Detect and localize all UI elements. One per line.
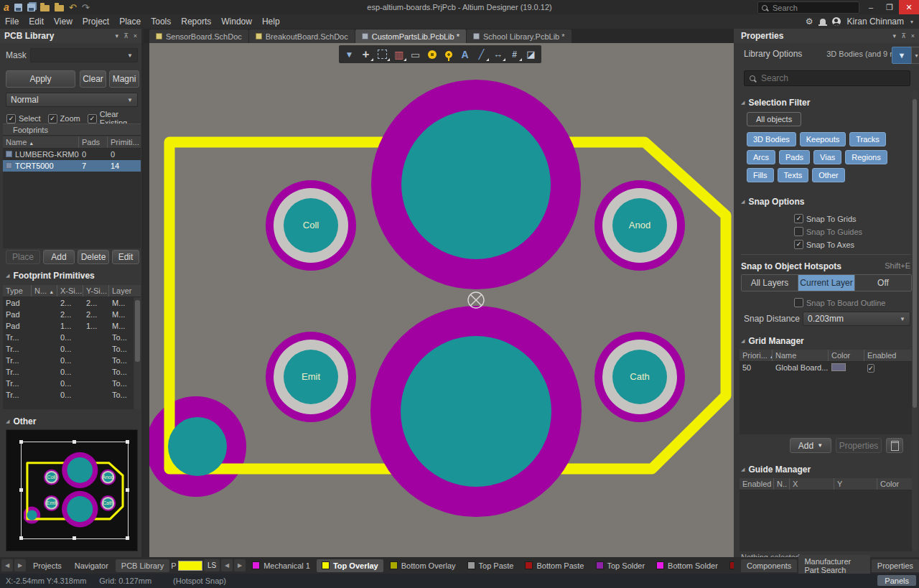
- grid-color-swatch[interactable]: [831, 363, 846, 371]
- coordinate-icon[interactable]: [506, 47, 523, 62]
- scroll-right-icon[interactable]: ▶: [14, 559, 26, 571]
- col-color[interactable]: Color: [829, 350, 864, 361]
- mode-combo[interactable]: Normal▼: [6, 93, 138, 107]
- pad-extra-hole[interactable]: [168, 417, 227, 476]
- current-layer-swatch[interactable]: [178, 561, 202, 571]
- tab-school-library[interactable]: School Library.PcbLib *: [467, 29, 572, 43]
- col-layer[interactable]: Layer: [109, 285, 134, 297]
- tab-manufacturer-part-search[interactable]: Manufacturer Part Search: [798, 555, 869, 577]
- edit-button[interactable]: Edit: [112, 250, 139, 264]
- apply-button[interactable]: Apply: [6, 70, 75, 88]
- redo-icon[interactable]: ↷: [82, 3, 90, 12]
- filter-all-objects-button[interactable]: All objects: [747, 112, 801, 126]
- selection-handle[interactable]: [19, 536, 23, 540]
- restore-button[interactable]: ❐: [880, 0, 899, 14]
- col-color[interactable]: Color: [877, 478, 905, 490]
- move-icon[interactable]: [358, 47, 374, 62]
- selection-handle[interactable]: [19, 488, 23, 492]
- col-primitives[interactable]: Primiti...: [108, 136, 141, 148]
- primitives-list[interactable]: Pad2...2...M...Pad2...2...M...Pad1...1..…: [3, 297, 134, 409]
- pcb-editor-canvas[interactable]: Coll Anod Emit Cath: [149, 43, 734, 557]
- footprint-preview[interactable]: Coll Anod Emit Cath: [6, 429, 138, 551]
- open-project-icon[interactable]: [55, 5, 64, 11]
- col-name[interactable]: Name: [773, 350, 829, 361]
- menu-reports[interactable]: Reports: [176, 17, 216, 27]
- segment-off[interactable]: Off: [855, 275, 911, 291]
- pad-cathode[interactable]: Cath: [594, 332, 685, 422]
- menu-edit[interactable]: Edit: [24, 17, 49, 27]
- pad-collector[interactable]: Coll: [266, 180, 356, 271]
- save-all-icon[interactable]: [27, 4, 35, 11]
- scroll-left-icon[interactable]: ◀: [1, 559, 13, 571]
- panel-dropdown-icon[interactable]: ▾: [116, 32, 119, 39]
- primitive-row[interactable]: Pad2...2...M...: [3, 309, 134, 320]
- filter-fills[interactable]: Fills: [747, 168, 774, 182]
- filter-pads[interactable]: Pads: [779, 150, 810, 164]
- panel-close-icon[interactable]: ×: [134, 32, 137, 39]
- other-section-header[interactable]: Other: [6, 416, 36, 426]
- guide-table[interactable]: [740, 490, 912, 551]
- col-n[interactable]: N..: [774, 478, 790, 490]
- save-icon[interactable]: [14, 4, 22, 11]
- layer-tab-drill-guide[interactable]: Drill Guide: [724, 559, 734, 572]
- filter-dropdown-icon[interactable]: ▾: [911, 47, 919, 64]
- primitive-row[interactable]: Tr...0...To...: [3, 366, 134, 378]
- user-menu-caret-icon[interactable]: ▾: [910, 19, 913, 25]
- mask-combo[interactable]: ▼: [30, 48, 138, 62]
- filter-other[interactable]: Other: [812, 168, 845, 182]
- primitive-row[interactable]: Tr...0...To...: [3, 343, 134, 355]
- add-button[interactable]: Add: [43, 250, 75, 264]
- layer-tab-top-overlay[interactable]: Top Overlay: [317, 559, 383, 572]
- col-n[interactable]: N...▲: [32, 285, 57, 297]
- magnify-button[interactable]: Magni: [109, 70, 139, 88]
- panel-pin-icon[interactable]: ⊼: [901, 32, 906, 39]
- col-y[interactable]: Y: [834, 478, 877, 490]
- filter-funnel-button[interactable]: ▼: [892, 47, 912, 64]
- layer-set-button[interactable]: LS: [204, 559, 220, 571]
- menu-help[interactable]: Help: [257, 17, 285, 27]
- undo-icon[interactable]: ↶: [69, 3, 77, 12]
- properties-search-input[interactable]: [760, 73, 892, 84]
- selection-handle[interactable]: [19, 440, 23, 444]
- segment-all-layers[interactable]: All Layers: [742, 275, 798, 291]
- layer-tab-bottom-overlay[interactable]: Bottom Overlay: [385, 559, 461, 572]
- filter-tracks[interactable]: Tracks: [849, 132, 886, 146]
- col-xsize[interactable]: X-Si...: [57, 285, 83, 297]
- panels-button[interactable]: Panels: [877, 575, 916, 586]
- panel-close-icon[interactable]: ×: [911, 32, 915, 39]
- filter-keepouts[interactable]: Keepouts: [800, 132, 846, 146]
- filter-regions[interactable]: Regions: [845, 150, 887, 164]
- col-name[interactable]: Name▲: [3, 136, 79, 148]
- segment-current-layer[interactable]: Current Layer: [798, 275, 855, 291]
- tab-sensorboard[interactable]: SensorBoard.SchDoc: [149, 29, 248, 43]
- pad-large-top[interactable]: [371, 80, 581, 289]
- selection-filter-section-header[interactable]: Selection Filter: [741, 98, 810, 108]
- via-icon[interactable]: [440, 47, 457, 62]
- grid-delete-button[interactable]: [886, 438, 903, 453]
- room-icon[interactable]: [523, 47, 539, 62]
- user-name[interactable]: Kiran Chinnam: [847, 17, 904, 27]
- col-enabled[interactable]: Enabled: [740, 478, 774, 490]
- panel-dropdown-icon[interactable]: ▾: [893, 32, 897, 39]
- layer-tab-top-solder[interactable]: Top Solder: [591, 559, 650, 572]
- tab-navigator[interactable]: Navigator: [69, 559, 114, 572]
- component-icon[interactable]: [407, 47, 424, 62]
- delete-button[interactable]: Delete: [78, 250, 109, 264]
- snap-distance-combo[interactable]: 0.203mm▼: [803, 312, 910, 326]
- global-search[interactable]: [757, 1, 859, 14]
- menu-project[interactable]: Project: [78, 17, 114, 27]
- select-area-icon[interactable]: [374, 47, 391, 62]
- tab-pcb-library[interactable]: PCB Library: [116, 559, 169, 572]
- clear-button[interactable]: Clear: [80, 70, 106, 88]
- menu-view[interactable]: View: [49, 17, 78, 27]
- primitive-row[interactable]: Tr...0...To...: [3, 389, 134, 401]
- close-button[interactable]: ✕: [899, 0, 919, 14]
- selection-handle[interactable]: [126, 440, 129, 444]
- filter-texts[interactable]: Texts: [778, 168, 809, 182]
- layer-tab-mechanical-1[interactable]: Mechanical 1: [247, 559, 315, 572]
- tab-breakoutboard[interactable]: BreakoutBoard.SchDoc: [249, 29, 355, 43]
- primitive-row[interactable]: Tr...0...To...: [3, 355, 134, 366]
- notifications-bell-icon[interactable]: [820, 19, 826, 24]
- grid-table[interactable]: 50 Global Board...: [740, 362, 912, 434]
- col-priority[interactable]: Priori...▲: [740, 350, 773, 361]
